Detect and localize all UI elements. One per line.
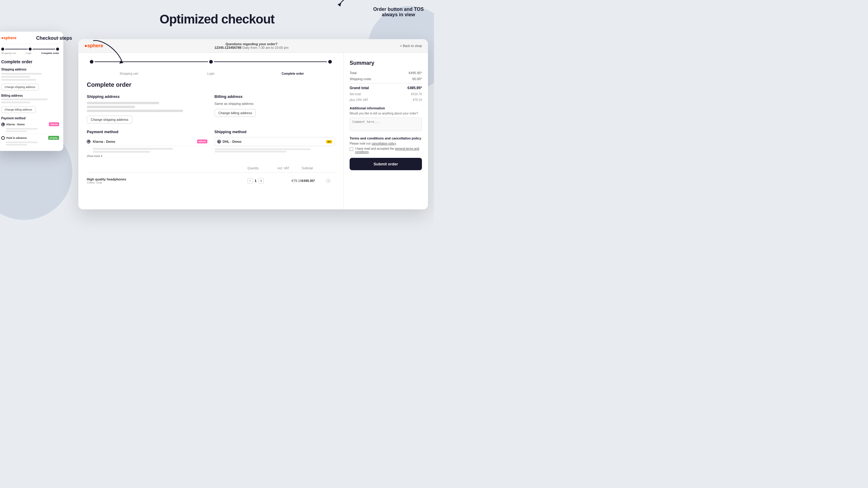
mobile-billing-title: Billing address — [1, 94, 59, 97]
additional-info-desc: Would you like to tell us anything about… — [350, 112, 422, 115]
radio-dhl — [217, 140, 221, 143]
mobile-radio-klarna — [1, 123, 5, 126]
mobile-payment-title: Payment method — [1, 117, 59, 120]
mobile-divider — [1, 134, 59, 134]
klarna-badge: klarna — [197, 139, 207, 143]
mobile-step-3 — [56, 47, 59, 51]
products-header: Quantity incl. VAT Subtotal — [87, 167, 335, 173]
checkout-body: Shopping cart Login Complete order Compl… — [79, 53, 428, 209]
tos-checkbox-row: I have read and accepted the general ter… — [350, 147, 422, 154]
checkout-main: Shopping cart Login Complete order Compl… — [79, 53, 344, 209]
mobile-step-line-2 — [33, 49, 55, 50]
mobile-payment-klarna: Klarna - Demo klarna — [1, 122, 59, 126]
qty-value: 1 — [255, 179, 256, 183]
mobile-radio-paid — [1, 136, 5, 140]
methods-grid: Payment method Klarna - Demo klarna — [87, 130, 335, 161]
payment-method-title: Payment method — [87, 130, 207, 134]
billing-address-section: Billing address Same as shipping address… — [215, 94, 335, 124]
product-info: High quality headphones Colour: Gray — [87, 177, 247, 184]
additional-info: Additional information Would you like to… — [350, 106, 422, 132]
annotation-order-button: Order button and TOS always in view — [368, 7, 429, 18]
summary-row-total: Total €495.95* — [350, 71, 422, 75]
checkout-heading: Complete order — [87, 82, 335, 88]
mobile-step-line-1 — [5, 49, 28, 50]
mobile-step-2 — [29, 47, 32, 51]
show-more-btn[interactable]: show more ▾ — [87, 155, 207, 158]
shipping-address-title: Shipping address — [87, 94, 207, 99]
billing-same-text: Same as shipping address — [215, 102, 335, 105]
mobile-change-shipping-btn[interactable]: Change shipping address — [1, 84, 38, 90]
summary-grand-total: Grand total €495.95* — [350, 83, 422, 90]
page-content: Optimized checkout Checkout steps Order … — [0, 0, 434, 51]
klarna-details — [93, 148, 207, 153]
mobile-steps: Shopping cart Login Complete order — [0, 44, 63, 59]
summary-vat: plus 19% VAT €79.19 — [350, 98, 422, 101]
quantity-control: − 1 + — [247, 178, 278, 184]
browser-window: ●sphere Questions regarding your order? … — [79, 39, 428, 209]
products-section: Quantity incl. VAT Subtotal High quality… — [87, 167, 335, 187]
mobile-step-labels: Shopping cart Login Complete order — [1, 52, 59, 55]
mobile-klarna-badge: klarna — [49, 122, 59, 126]
dhl-details — [215, 149, 335, 153]
mobile-body: Complete order Shipping address Change s… — [0, 59, 63, 151]
summary-title: Summary — [350, 60, 422, 66]
product-row: High quality headphones Colour: Gray − 1… — [87, 175, 335, 187]
mobile-payment-paid: Paid in advance prepay — [1, 136, 59, 140]
mobile-addr-line-3 — [1, 79, 36, 81]
change-billing-btn[interactable]: Change billing address — [215, 109, 256, 117]
main-title: Optimized checkout — [18, 12, 416, 27]
product-remove-btn[interactable]: × — [326, 178, 331, 183]
qty-increase-btn[interactable]: + — [258, 178, 264, 184]
product-vat-price: €79.19 — [278, 179, 302, 183]
browser-header: ●sphere Questions regarding your order? … — [79, 39, 428, 53]
submit-order-btn[interactable]: Submit order — [350, 158, 422, 170]
mobile-billing-line-1 — [1, 98, 48, 100]
dhl-badge: dhl — [326, 140, 333, 143]
comment-input[interactable] — [350, 118, 422, 131]
annotation-checkout-steps: Checkout steps — [36, 36, 72, 41]
payment-klarna-option[interactable]: Klarna - Demo klarna — [87, 137, 207, 146]
step-label-3: Complete order — [252, 72, 334, 75]
mobile-card: ●sphere ‹ Shopping cart Login Complete o… — [0, 32, 63, 151]
mobile-addr-line-1 — [1, 73, 41, 75]
arrow-to-mobile — [90, 38, 127, 65]
mobile-change-billing-btn[interactable]: Change billing address — [1, 106, 36, 113]
additional-info-title: Additional information — [350, 106, 422, 110]
shipping-address-lines — [87, 102, 207, 112]
mobile-step-1 — [1, 47, 4, 51]
tos-checkbox[interactable] — [350, 147, 353, 151]
step-line-2 — [214, 61, 327, 62]
mobile-addr-line-2 — [1, 76, 30, 78]
mobile-billing-line-2 — [1, 101, 30, 103]
mobile-step-track — [1, 47, 59, 51]
shipping-dhl-option[interactable]: DHL - Demo dhl — [215, 137, 335, 146]
shipping-method-section: Shipping method DHL - Demo dhl — [215, 130, 335, 161]
shipping-method-title: Shipping method — [215, 130, 335, 134]
mobile-logo: ●sphere — [1, 36, 17, 40]
mobile-klarna-details — [6, 128, 59, 132]
browser-back-link[interactable]: < Back to shop — [400, 44, 422, 47]
product-name: High quality headphones — [87, 177, 247, 181]
payment-method-section: Payment method Klarna - Demo klarna — [87, 130, 207, 161]
cancellation-link[interactable]: cancellation policy — [372, 142, 396, 145]
svg-marker-1 — [338, 3, 341, 7]
qty-decrease-btn[interactable]: − — [247, 178, 253, 184]
product-subtotal: €495.95* — [302, 179, 326, 183]
arrow-to-submit — [336, 0, 366, 8]
mobile-shipping-title: Shipping address — [1, 68, 59, 71]
steps-labels: Shopping cart Login Complete order — [87, 72, 335, 75]
shipping-address-section: Shipping address Change shipping address — [87, 94, 207, 124]
tos-title: Terms and conditions and cancellation po… — [350, 136, 422, 140]
summary-panel: Summary Total €495.95* Shipping costs €0… — [344, 53, 428, 209]
change-shipping-btn[interactable]: Change shipping address — [87, 116, 132, 124]
browser-contact: Questions regarding your order? 12345-12… — [215, 42, 289, 50]
step-label-1: Shopping cart — [88, 72, 170, 75]
tos-cancellation: Please note our cancellation policy. — [350, 142, 422, 145]
step-label-2: Login — [170, 72, 252, 75]
product-color: Colour: Gray — [87, 181, 247, 184]
summary-row-shipping: Shipping costs €0.00* — [350, 77, 422, 81]
mobile-paid-badge: prepay — [48, 136, 59, 140]
summary-net-total: Net total €416.76 — [350, 93, 422, 96]
step-dot-3 — [328, 60, 332, 64]
billing-address-title: Billing address — [215, 94, 335, 99]
